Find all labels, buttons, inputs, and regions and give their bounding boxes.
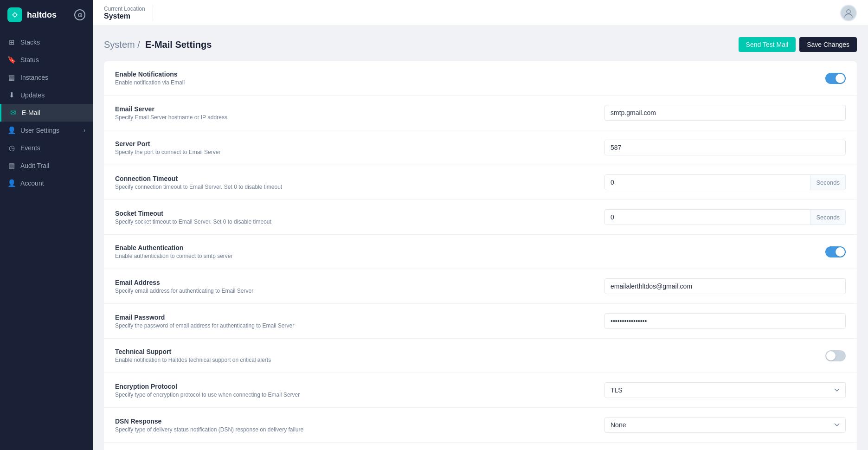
connection-timeout-input[interactable] xyxy=(605,175,810,190)
setting-control xyxy=(604,105,846,121)
server-port-input[interactable] xyxy=(604,140,846,155)
sidebar-item-label: Account xyxy=(20,180,44,187)
sidebar-item-events[interactable]: ◷ Events xyxy=(0,139,93,157)
setting-control xyxy=(604,278,846,294)
setting-info: Email Server Specify Email Server hostna… xyxy=(115,105,604,121)
setting-control: TLS SSL None xyxy=(604,382,846,398)
sidebar-nav: ⊞ Stacks 🔖 Status ▤ Instances ⬇ Updates … xyxy=(0,30,93,450)
setting-control: None Failure Success Delay xyxy=(604,417,846,433)
setting-info: Enable Authentication Enable authenticat… xyxy=(115,244,604,259)
setting-dsn-response: DSN Response Specify type of delivery st… xyxy=(104,408,857,443)
email-address-input[interactable] xyxy=(604,278,846,294)
sidebar-item-email[interactable]: ✉ E-Mail xyxy=(0,104,93,122)
sidebar-item-label: Status xyxy=(20,56,39,64)
settings-icon[interactable]: ⊙ xyxy=(74,9,85,20)
page-title-main: E-Mail Settings xyxy=(145,39,212,50)
setting-control xyxy=(604,73,846,84)
sidebar-item-label: Instances xyxy=(20,74,48,81)
setting-label: Socket Timeout xyxy=(115,210,604,217)
setting-label: Technical Support xyxy=(115,348,604,355)
sidebar-item-label: Events xyxy=(20,144,40,152)
breadcrumb-current: System xyxy=(104,12,145,20)
content-area: System / E-Mail Settings Send Test Mail … xyxy=(93,26,868,450)
setting-connection-timeout: Connection Timeout Specify connection ti… xyxy=(104,165,857,200)
stacks-icon: ⊞ xyxy=(7,38,16,46)
enable-notifications-toggle[interactable] xyxy=(825,73,846,84)
page-title-prefix: System / xyxy=(104,39,140,50)
setting-technical-support: Technical Support Enable notification to… xyxy=(104,339,857,373)
setting-desc: Specify socket timeout to Email Server. … xyxy=(115,219,604,225)
setting-label: Email Password xyxy=(115,314,604,321)
user-settings-icon: 👤 xyxy=(7,126,16,135)
sidebar-item-audit-trail[interactable]: ▤ Audit Trail xyxy=(0,157,93,174)
setting-control: Seconds xyxy=(604,174,846,190)
sidebar-item-stacks[interactable]: ⊞ Stacks xyxy=(0,33,93,51)
setting-server-port: Server Port Specify the port to connect … xyxy=(104,130,857,165)
main-content: Current Location System System / E-Mail … xyxy=(93,0,868,450)
setting-info: Enable Notifications Enable notification… xyxy=(115,71,604,86)
sidebar-item-label: E-Mail xyxy=(22,109,40,116)
avatar[interactable] xyxy=(840,5,857,21)
setting-desc: Enable authentication to connect to smtp… xyxy=(115,253,604,259)
sidebar-item-label: Audit Trail xyxy=(20,162,49,169)
email-password-input[interactable] xyxy=(604,313,846,329)
setting-desc: Specify the password of email address fo… xyxy=(115,322,604,329)
setting-info: Connection Timeout Specify connection ti… xyxy=(115,175,604,190)
setting-enable-notifications: Enable Notifications Enable notification… xyxy=(104,61,857,96)
setting-info: DSN Response Specify type of delivery st… xyxy=(115,418,604,433)
setting-label: Server Port xyxy=(115,140,604,148)
account-icon: 👤 xyxy=(7,179,16,187)
setting-control xyxy=(604,313,846,329)
header-buttons: Send Test Mail Save Changes xyxy=(739,37,857,52)
technical-support-toggle[interactable] xyxy=(825,350,846,361)
topbar: Current Location System xyxy=(93,0,868,26)
sidebar-item-instances[interactable]: ▤ Instances xyxy=(0,69,93,86)
instances-icon: ▤ xyxy=(7,73,16,82)
audit-trail-icon: ▤ xyxy=(7,161,16,170)
send-test-mail-button[interactable]: Send Test Mail xyxy=(739,37,796,52)
email-server-input[interactable] xyxy=(604,105,846,121)
breadcrumb-location: Current Location xyxy=(104,6,145,12)
setting-info: Email Address Specify email address for … xyxy=(115,279,604,294)
logo-icon xyxy=(7,7,22,22)
sidebar-item-account[interactable]: 👤 Account xyxy=(0,174,93,192)
setting-email-server: Email Server Specify Email Server hostna… xyxy=(104,96,857,130)
page-title: System / E-Mail Settings xyxy=(104,39,212,50)
svg-point-0 xyxy=(13,13,16,16)
sidebar-item-label: User Settings xyxy=(20,127,59,134)
updates-icon: ⬇ xyxy=(7,91,16,99)
dsn-response-select[interactable]: None Failure Success Delay xyxy=(604,417,846,433)
setting-email-address: Email Address Specify email address for … xyxy=(104,269,857,304)
enable-auth-toggle[interactable] xyxy=(825,246,846,257)
page-header: System / E-Mail Settings Send Test Mail … xyxy=(104,37,857,52)
app-name: haltdos xyxy=(27,10,57,20)
status-icon: 🔖 xyxy=(7,56,16,64)
sidebar: haltdos ⊙ ⊞ Stacks 🔖 Status ▤ Instances … xyxy=(0,0,93,450)
breadcrumb: Current Location System xyxy=(104,6,145,20)
socket-timeout-input[interactable] xyxy=(605,210,810,225)
app-logo[interactable]: haltdos ⊙ xyxy=(0,0,93,30)
setting-label: Enable Notifications xyxy=(115,71,604,78)
setting-desc: Specify the port to connect to Email Ser… xyxy=(115,149,604,155)
socket-timeout-field: Seconds xyxy=(604,209,846,225)
setting-label: Email Address xyxy=(115,279,604,286)
save-changes-button[interactable]: Save Changes xyxy=(799,37,857,52)
setting-label: DSN Response xyxy=(115,418,604,425)
setting-label: Encryption Protocol xyxy=(115,383,604,390)
setting-info: Socket Timeout Specify socket timeout to… xyxy=(115,210,604,225)
events-icon: ◷ xyxy=(7,144,16,152)
setting-enable-auth: Enable Authentication Enable authenticat… xyxy=(104,235,857,269)
setting-desc: Specify type of encryption protocol to u… xyxy=(115,392,604,398)
setting-email-password: Email Password Specify the password of e… xyxy=(104,304,857,339)
setting-control xyxy=(604,140,846,155)
sidebar-item-label: Updates xyxy=(20,91,45,99)
sidebar-item-status[interactable]: 🔖 Status xyxy=(0,51,93,69)
setting-dsn-notify: DSN Notify Specify when to send delivery… xyxy=(104,443,857,450)
sidebar-item-user-settings[interactable]: 👤 User Settings › xyxy=(0,122,93,139)
setting-label: Email Server xyxy=(115,105,604,113)
sidebar-item-updates[interactable]: ⬇ Updates xyxy=(0,86,93,104)
setting-info: Technical Support Enable notification to… xyxy=(115,348,604,363)
setting-desc: Specify type of delivery status notifica… xyxy=(115,426,604,433)
encryption-protocol-select[interactable]: TLS SSL None xyxy=(604,382,846,398)
topbar-right xyxy=(840,5,857,21)
